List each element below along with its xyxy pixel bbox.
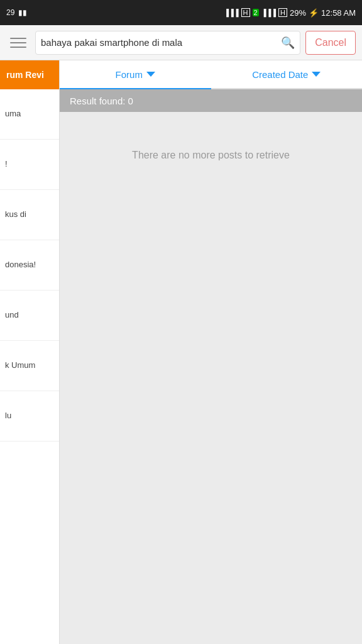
- network-h-icon: H: [241, 8, 250, 17]
- notification-icon: 29: [6, 8, 14, 17]
- network-h2-icon: H: [278, 8, 287, 17]
- sidebar: rum Revi uma ! kus di donesia! und k Umu…: [0, 60, 60, 644]
- search-bar: 🔍 Cancel: [0, 25, 362, 60]
- search-icon: 🔍: [281, 36, 295, 50]
- sidebar-header-label: rum Revi: [6, 70, 44, 80]
- sidebar-item-label-4: und: [5, 310, 19, 321]
- hamburger-menu-button[interactable]: [6, 31, 30, 55]
- filter-tabs: Forum Created Date: [60, 60, 362, 89]
- sidebar-item-label-2: kus di: [5, 209, 26, 220]
- tab-forum-label: Forum: [116, 69, 143, 80]
- hamburger-line-1: [10, 38, 26, 39]
- result-count: Result found: 0: [70, 96, 133, 106]
- search-input[interactable]: [41, 37, 277, 48]
- search-input-container: 🔍: [35, 31, 300, 55]
- hamburger-line-2: [10, 42, 26, 43]
- empty-state-message: There are no more posts to retrieve: [132, 150, 290, 161]
- network-2-icon: 2: [253, 9, 259, 16]
- main-layout: rum Revi uma ! kus di donesia! und k Umu…: [0, 60, 362, 644]
- sidebar-item-0[interactable]: uma: [0, 89, 59, 140]
- battery-level: 29%: [290, 8, 306, 18]
- status-bar: 29 ▮▮ ▐▐▐ H 2 ▐▐▐ H 29% ⚡ 12:58 AM: [0, 0, 362, 25]
- cancel-button[interactable]: Cancel: [305, 31, 356, 55]
- sidebar-item-6[interactable]: lu: [0, 391, 59, 441]
- sidebar-header: rum Revi: [0, 60, 59, 89]
- signal2-icon: ▐▐▐: [261, 9, 276, 16]
- empty-state: There are no more posts to retrieve: [60, 112, 362, 644]
- sidebar-item-label-3: donesia!: [5, 260, 36, 270]
- bb-icon: ▮▮: [18, 8, 27, 17]
- hamburger-line-3: [10, 47, 26, 48]
- tab-forum[interactable]: Forum: [60, 60, 211, 89]
- battery-icon: ⚡: [309, 8, 319, 18]
- tab-created-date-arrow: [312, 72, 321, 77]
- content-area: Forum Created Date Result found: 0 There…: [60, 60, 362, 644]
- tab-created-date[interactable]: Created Date: [211, 60, 363, 88]
- sidebar-item-5[interactable]: k Umum: [0, 341, 59, 391]
- signal-icon: ▐▐▐: [224, 9, 238, 16]
- status-right: ▐▐▐ H 2 ▐▐▐ H 29% ⚡ 12:58 AM: [224, 8, 356, 18]
- sidebar-item-4[interactable]: und: [0, 291, 59, 341]
- sidebar-item-label-1: !: [5, 159, 8, 170]
- sidebar-item-1[interactable]: !: [0, 140, 59, 190]
- tab-created-date-label: Created Date: [252, 69, 308, 80]
- sidebar-item-label-6: lu: [5, 411, 11, 421]
- sidebar-item-2[interactable]: kus di: [0, 190, 59, 240]
- time-display: 12:58 AM: [321, 8, 356, 18]
- sidebar-item-label-0: uma: [5, 109, 21, 119]
- sidebar-item-3[interactable]: donesia!: [0, 240, 59, 291]
- status-left: 29 ▮▮: [6, 8, 27, 17]
- sidebar-item-label-5: k Umum: [5, 360, 35, 371]
- result-header: Result found: 0: [60, 89, 362, 112]
- tab-forum-arrow: [146, 72, 155, 77]
